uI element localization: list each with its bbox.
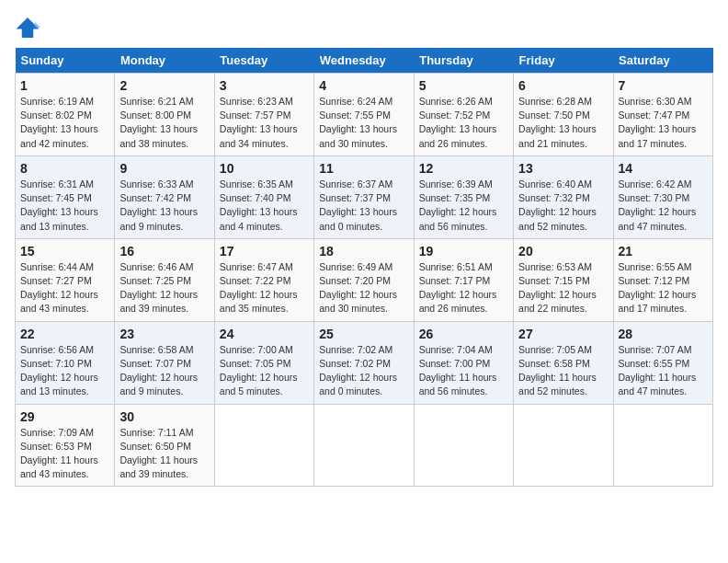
day-info: Sunrise: 6:53 AMSunset: 7:15 PMDaylight:… bbox=[518, 260, 608, 316]
calendar-cell: 7 Sunrise: 6:30 AMSunset: 7:47 PMDayligh… bbox=[613, 74, 712, 156]
logo-icon bbox=[15, 15, 40, 40]
calendar-cell: 23 Sunrise: 6:58 AMSunset: 7:07 PMDaylig… bbox=[115, 321, 214, 404]
day-number: 19 bbox=[419, 244, 508, 259]
day-info: Sunrise: 6:51 AMSunset: 7:17 PMDaylight:… bbox=[419, 260, 508, 316]
day-info: Sunrise: 7:09 AMSunset: 6:53 PMDaylight:… bbox=[20, 426, 109, 482]
day-number: 5 bbox=[419, 78, 508, 93]
calendar-cell: 9 Sunrise: 6:33 AMSunset: 7:42 PMDayligh… bbox=[115, 155, 214, 238]
calendar-table: SundayMondayTuesdayWednesdayThursdayFrid… bbox=[15, 48, 713, 487]
day-number: 1 bbox=[20, 78, 109, 93]
calendar-week-row: 8 Sunrise: 6:31 AMSunset: 7:45 PMDayligh… bbox=[16, 155, 713, 238]
day-number: 14 bbox=[619, 161, 708, 176]
day-info: Sunrise: 6:44 AMSunset: 7:27 PMDaylight:… bbox=[20, 260, 109, 316]
calendar-cell: 6 Sunrise: 6:28 AMSunset: 7:50 PMDayligh… bbox=[514, 74, 613, 156]
day-info: Sunrise: 7:07 AMSunset: 6:55 PMDaylight:… bbox=[619, 343, 708, 399]
day-number: 30 bbox=[119, 409, 209, 424]
day-number: 8 bbox=[20, 161, 109, 176]
weekday-row: SundayMondayTuesdayWednesdayThursdayFrid… bbox=[16, 48, 713, 74]
calendar-cell bbox=[613, 404, 712, 487]
day-number: 16 bbox=[119, 244, 209, 259]
calendar-cell: 10 Sunrise: 6:35 AMSunset: 7:40 PMDaylig… bbox=[214, 155, 313, 238]
calendar-week-row: 1 Sunrise: 6:19 AMSunset: 8:02 PMDayligh… bbox=[16, 74, 713, 156]
calendar-cell: 17 Sunrise: 6:47 AMSunset: 7:22 PMDaylig… bbox=[214, 238, 313, 321]
day-info: Sunrise: 6:39 AMSunset: 7:35 PMDaylight:… bbox=[419, 178, 508, 234]
calendar-cell: 4 Sunrise: 6:24 AMSunset: 7:55 PMDayligh… bbox=[314, 74, 414, 156]
weekday-header-sunday: Sunday bbox=[16, 48, 115, 74]
day-number: 3 bbox=[220, 78, 309, 93]
day-info: Sunrise: 6:56 AMSunset: 7:10 PMDaylight:… bbox=[20, 343, 109, 399]
calendar-cell: 24 Sunrise: 7:00 AMSunset: 7:05 PMDaylig… bbox=[214, 321, 313, 404]
calendar-cell: 16 Sunrise: 6:46 AMSunset: 7:25 PMDaylig… bbox=[115, 238, 214, 321]
day-info: Sunrise: 6:31 AMSunset: 7:45 PMDaylight:… bbox=[20, 178, 109, 234]
day-info: Sunrise: 6:55 AMSunset: 7:12 PMDaylight:… bbox=[619, 260, 708, 316]
day-number: 17 bbox=[220, 244, 309, 259]
day-number: 29 bbox=[20, 409, 109, 424]
logo bbox=[15, 15, 42, 40]
calendar-cell: 12 Sunrise: 6:39 AMSunset: 7:35 PMDaylig… bbox=[414, 155, 513, 238]
calendar-cell: 13 Sunrise: 6:40 AMSunset: 7:32 PMDaylig… bbox=[514, 155, 613, 238]
day-number: 4 bbox=[319, 78, 408, 93]
day-number: 15 bbox=[20, 244, 109, 259]
calendar-cell: 22 Sunrise: 6:56 AMSunset: 7:10 PMDaylig… bbox=[16, 321, 115, 404]
day-info: Sunrise: 6:37 AMSunset: 7:37 PMDaylight:… bbox=[319, 178, 408, 234]
calendar-cell: 25 Sunrise: 7:02 AMSunset: 7:02 PMDaylig… bbox=[314, 321, 414, 404]
calendar-week-row: 22 Sunrise: 6:56 AMSunset: 7:10 PMDaylig… bbox=[16, 321, 713, 404]
day-number: 27 bbox=[518, 327, 608, 341]
day-number: 26 bbox=[419, 327, 508, 341]
calendar-week-row: 15 Sunrise: 6:44 AMSunset: 7:27 PMDaylig… bbox=[16, 238, 713, 321]
day-info: Sunrise: 6:26 AMSunset: 7:52 PMDaylight:… bbox=[419, 95, 508, 151]
day-number: 12 bbox=[419, 161, 508, 176]
calendar-cell: 19 Sunrise: 6:51 AMSunset: 7:17 PMDaylig… bbox=[414, 238, 513, 321]
calendar-cell: 5 Sunrise: 6:26 AMSunset: 7:52 PMDayligh… bbox=[414, 74, 513, 156]
day-info: Sunrise: 6:42 AMSunset: 7:30 PMDaylight:… bbox=[619, 178, 708, 234]
calendar-cell bbox=[414, 404, 513, 487]
day-number: 21 bbox=[619, 244, 708, 259]
day-info: Sunrise: 7:05 AMSunset: 6:58 PMDaylight:… bbox=[518, 343, 608, 399]
day-info: Sunrise: 7:04 AMSunset: 7:00 PMDaylight:… bbox=[419, 343, 508, 399]
day-info: Sunrise: 6:23 AMSunset: 7:57 PMDaylight:… bbox=[220, 95, 309, 151]
calendar-cell: 20 Sunrise: 6:53 AMSunset: 7:15 PMDaylig… bbox=[514, 238, 613, 321]
day-number: 23 bbox=[119, 327, 209, 341]
calendar-cell: 1 Sunrise: 6:19 AMSunset: 8:02 PMDayligh… bbox=[16, 74, 115, 156]
day-number: 20 bbox=[518, 244, 608, 259]
day-info: Sunrise: 7:11 AMSunset: 6:50 PMDaylight:… bbox=[119, 426, 209, 482]
weekday-header-tuesday: Tuesday bbox=[214, 48, 313, 74]
day-number: 25 bbox=[319, 327, 408, 341]
day-info: Sunrise: 6:24 AMSunset: 7:55 PMDaylight:… bbox=[319, 95, 408, 151]
day-info: Sunrise: 6:35 AMSunset: 7:40 PMDaylight:… bbox=[220, 178, 309, 234]
day-info: Sunrise: 6:47 AMSunset: 7:22 PMDaylight:… bbox=[220, 260, 309, 316]
day-info: Sunrise: 6:28 AMSunset: 7:50 PMDaylight:… bbox=[518, 95, 608, 151]
day-number: 2 bbox=[119, 78, 209, 93]
day-number: 7 bbox=[619, 78, 708, 93]
day-info: Sunrise: 6:33 AMSunset: 7:42 PMDaylight:… bbox=[119, 178, 209, 234]
weekday-header-wednesday: Wednesday bbox=[314, 48, 414, 74]
day-number: 13 bbox=[518, 161, 608, 176]
calendar-cell: 8 Sunrise: 6:31 AMSunset: 7:45 PMDayligh… bbox=[16, 155, 115, 238]
calendar-body: 1 Sunrise: 6:19 AMSunset: 8:02 PMDayligh… bbox=[16, 74, 713, 487]
day-info: Sunrise: 6:58 AMSunset: 7:07 PMDaylight:… bbox=[119, 343, 209, 399]
weekday-header-monday: Monday bbox=[115, 48, 214, 74]
calendar-cell: 3 Sunrise: 6:23 AMSunset: 7:57 PMDayligh… bbox=[214, 74, 313, 156]
day-info: Sunrise: 6:19 AMSunset: 8:02 PMDaylight:… bbox=[20, 95, 109, 151]
day-number: 28 bbox=[619, 327, 708, 341]
calendar-cell: 26 Sunrise: 7:04 AMSunset: 7:00 PMDaylig… bbox=[414, 321, 513, 404]
calendar-cell: 14 Sunrise: 6:42 AMSunset: 7:30 PMDaylig… bbox=[613, 155, 712, 238]
day-info: Sunrise: 7:02 AMSunset: 7:02 PMDaylight:… bbox=[319, 343, 408, 399]
weekday-header-saturday: Saturday bbox=[613, 48, 712, 74]
calendar-cell: 18 Sunrise: 6:49 AMSunset: 7:20 PMDaylig… bbox=[314, 238, 414, 321]
day-info: Sunrise: 6:40 AMSunset: 7:32 PMDaylight:… bbox=[518, 178, 608, 234]
day-number: 22 bbox=[20, 327, 109, 341]
page-header bbox=[15, 15, 713, 40]
calendar-cell: 28 Sunrise: 7:07 AMSunset: 6:55 PMDaylig… bbox=[613, 321, 712, 404]
calendar-cell: 30 Sunrise: 7:11 AMSunset: 6:50 PMDaylig… bbox=[115, 404, 214, 487]
day-number: 18 bbox=[319, 244, 408, 259]
calendar-cell: 2 Sunrise: 6:21 AMSunset: 8:00 PMDayligh… bbox=[115, 74, 214, 156]
day-number: 24 bbox=[220, 327, 309, 341]
weekday-header-friday: Friday bbox=[514, 48, 613, 74]
calendar-cell bbox=[314, 404, 414, 487]
day-info: Sunrise: 6:21 AMSunset: 8:00 PMDaylight:… bbox=[119, 95, 209, 151]
calendar-cell bbox=[214, 404, 313, 487]
day-info: Sunrise: 6:49 AMSunset: 7:20 PMDaylight:… bbox=[319, 260, 408, 316]
day-number: 6 bbox=[518, 78, 608, 93]
calendar-cell bbox=[514, 404, 613, 487]
